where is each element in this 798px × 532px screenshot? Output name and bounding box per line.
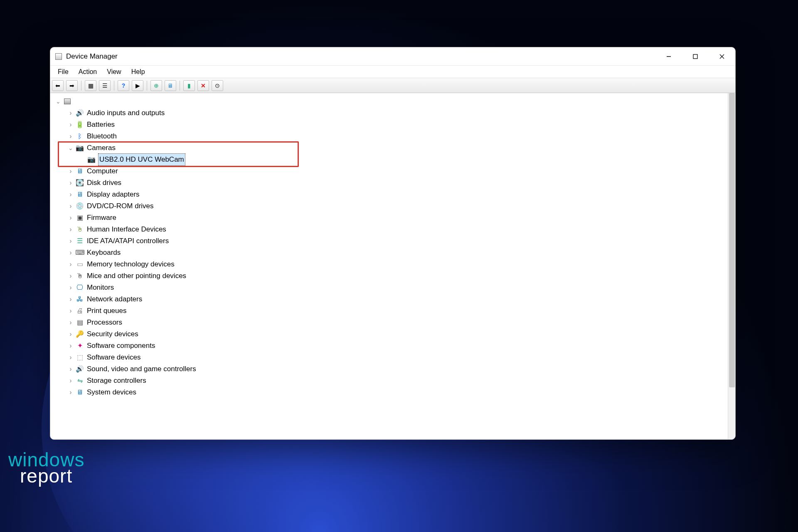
swc-icon: ✦ <box>75 341 84 350</box>
chevron-right-icon[interactable] <box>67 363 74 375</box>
tree-category[interactable]: 🖵Monitors <box>50 282 728 293</box>
chevron-right-icon[interactable] <box>67 259 74 271</box>
titlebar: Device Manager <box>50 47 735 66</box>
chevron-right-icon[interactable] <box>67 247 74 259</box>
tree-category[interactable]: 🖨Print queues <box>50 305 728 317</box>
maximize-button[interactable] <box>682 47 709 65</box>
toolbar-enable-button[interactable]: ⊙ <box>212 80 223 91</box>
tree-category[interactable]: 📷Cameras <box>50 142 728 154</box>
chevron-down-icon[interactable] <box>67 142 74 154</box>
tree-category[interactable]: 🔋Batteries <box>50 119 728 131</box>
menu-file[interactable]: File <box>54 67 73 77</box>
fw-icon: ▣ <box>75 213 84 222</box>
tree-category-label: Network adapters <box>87 293 142 305</box>
tree-category-label: Keyboards <box>87 247 121 259</box>
chevron-right-icon[interactable] <box>67 328 74 340</box>
toolbar-update-driver-button[interactable]: 🖥 <box>165 80 176 91</box>
tree-category[interactable]: 💿DVD/CD-ROM drives <box>50 200 728 212</box>
tree-category-label: Human Interface Devices <box>87 224 166 235</box>
menu-action[interactable]: Action <box>74 67 101 77</box>
tree-category-label: Processors <box>87 317 122 328</box>
cam-icon: 📷 <box>75 143 84 153</box>
tree-category-label: Batteries <box>87 119 115 131</box>
bt-icon: ᛒ <box>75 132 84 141</box>
chevron-right-icon[interactable] <box>67 119 74 131</box>
tree-category[interactable]: ⬚Software devices <box>50 352 728 363</box>
ide-icon: ☰ <box>75 236 84 246</box>
chevron-right-icon[interactable] <box>67 282 74 294</box>
toolbar-help-button[interactable]: ? <box>118 80 129 91</box>
tree-category-label: Software devices <box>87 352 140 363</box>
tree-root[interactable] <box>50 96 728 107</box>
tree-category[interactable]: ⇋Storage controllers <box>50 375 728 387</box>
chevron-down-icon[interactable] <box>54 96 62 108</box>
tree-category[interactable]: 🖥Computer <box>50 165 728 177</box>
tree-category[interactable]: ᛒBluetooth <box>50 131 728 142</box>
device-tree[interactable]: 🔊Audio inputs and outputs🔋BatteriesᛒBlue… <box>50 93 728 439</box>
toolbar-separator <box>114 81 114 91</box>
toolbar-back-button[interactable]: ⬅ <box>52 80 64 91</box>
tree-category[interactable]: ▭Memory technology devices <box>50 259 728 270</box>
tree-category[interactable]: 🖧Network adapters <box>50 293 728 305</box>
chevron-right-icon[interactable] <box>67 235 74 247</box>
computer-icon <box>63 97 72 106</box>
chevron-right-icon[interactable] <box>67 375 74 387</box>
toolbar-add-legacy-button[interactable]: ⊕ <box>150 80 162 91</box>
scrollbar-thumb[interactable] <box>729 93 735 387</box>
tree-category-label: Sound, video and game controllers <box>87 363 196 375</box>
chevron-right-icon[interactable] <box>67 317 74 329</box>
tree-category[interactable]: 💽Disk drives <box>50 177 728 189</box>
tree-category[interactable]: ✦Software components <box>50 340 728 352</box>
close-icon <box>719 54 725 59</box>
chevron-right-icon[interactable] <box>67 293 74 305</box>
menubar: File Action View Help <box>50 66 735 78</box>
tree-device[interactable]: 📷USB2.0 HD UVC WebCam <box>50 154 728 165</box>
chevron-right-icon[interactable] <box>67 224 74 236</box>
tree-category-label: Display adapters <box>87 189 140 200</box>
menu-view[interactable]: View <box>103 67 125 77</box>
toolbar-scan-button[interactable]: ▶ <box>132 80 143 91</box>
tree-category[interactable]: 🔊Sound, video and game controllers <box>50 363 728 375</box>
tree-category[interactable]: 🖥System devices <box>50 387 728 398</box>
chevron-right-icon[interactable] <box>67 212 74 224</box>
chevron-right-icon[interactable] <box>67 340 74 352</box>
chevron-right-icon[interactable] <box>67 305 74 317</box>
tree-category-label: Print queues <box>87 305 126 317</box>
tree-category[interactable]: 🖱Human Interface Devices <box>50 224 728 235</box>
toolbar-separator <box>81 81 81 91</box>
menu-help[interactable]: Help <box>127 67 149 77</box>
tree-category[interactable]: ▤Processors <box>50 317 728 328</box>
vertical-scrollbar[interactable] <box>728 93 735 439</box>
toolbar-forward-button[interactable]: ➡ <box>66 80 78 91</box>
tree-category-label: Software components <box>87 340 155 352</box>
chevron-right-icon[interactable] <box>67 387 74 399</box>
tree-category[interactable]: 🔑Security devices <box>50 328 728 340</box>
chevron-right-icon[interactable] <box>67 352 74 364</box>
chevron-right-icon[interactable] <box>67 177 74 189</box>
tree-category[interactable]: ☰IDE ATA/ATAPI controllers <box>50 235 728 247</box>
chevron-right-icon[interactable] <box>67 131 74 143</box>
tree-category[interactable]: 🔊Audio inputs and outputs <box>50 107 728 119</box>
maximize-icon <box>692 54 698 59</box>
dvd-icon: 💿 <box>75 202 84 211</box>
chevron-right-icon[interactable] <box>67 107 74 119</box>
toolbar-disable-button[interactable]: ✕ <box>197 80 209 91</box>
tree-category[interactable]: 🖱Mice and other pointing devices <box>50 270 728 282</box>
chevron-right-icon[interactable] <box>67 270 74 282</box>
tree-category-label: DVD/CD-ROM drives <box>87 200 154 212</box>
add-legacy-icon: ⊕ <box>154 82 159 89</box>
close-button[interactable] <box>709 47 735 65</box>
chevron-right-icon[interactable] <box>67 200 74 212</box>
chevron-right-icon[interactable] <box>67 165 74 177</box>
chevron-right-icon[interactable] <box>67 189 74 201</box>
tree-category[interactable]: ⌨Keyboards <box>50 247 728 259</box>
toolbar-properties-button[interactable]: ☰ <box>99 80 111 91</box>
tree-category-label: Computer <box>87 165 118 177</box>
tree-category[interactable]: 🖥Display adapters <box>50 189 728 200</box>
toolbar-show-hidden-button[interactable]: ▦ <box>85 80 96 91</box>
minimize-button[interactable] <box>655 47 682 65</box>
tree-category[interactable]: ▣Firmware <box>50 212 728 224</box>
tree-category-label: Bluetooth <box>87 131 117 142</box>
toolbar-uninstall-button[interactable]: ▮ <box>183 80 195 91</box>
svg-rect-1 <box>693 54 697 59</box>
